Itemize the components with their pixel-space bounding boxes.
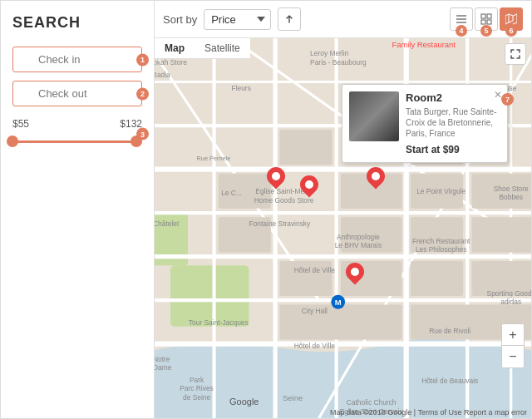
svg-text:Fleurs: Fleurs — [232, 84, 251, 92]
grid-view-badge: 5 — [480, 25, 492, 37]
map-marker-4[interactable] — [346, 263, 364, 286]
sidebar: SEARCH 1 — [1, 1, 155, 418]
svg-text:Park: Park — [190, 376, 204, 384]
toolbar: Sort by Price Rating Distance — [155, 1, 531, 38]
svg-text:Family Restaurant: Family Restaurant — [392, 40, 456, 49]
sort-label: Sort by — [163, 13, 197, 26]
list-icon — [456, 13, 467, 25]
svg-text:Hookah Store: Hookah Store — [155, 58, 187, 67]
svg-text:Bobbes: Bobbes — [500, 193, 523, 201]
sidebar-title: SEARCH — [12, 14, 142, 32]
map-area[interactable]: M Le C... Anthropologie Le BHV Marais Eg… — [155, 38, 531, 418]
google-text: Google — [229, 397, 259, 407]
checkout-badge: 2 — [136, 87, 149, 100]
map-view-badge: 6 — [505, 25, 517, 37]
svg-text:Le C...: Le C... — [221, 189, 242, 197]
app-container: SEARCH 1 — [0, 0, 532, 419]
svg-text:Anthropologie: Anthropologie — [337, 233, 380, 241]
google-label: Google — [229, 397, 259, 407]
checkout-input[interactable] — [12, 81, 142, 106]
popup-subtitle: Tata Burger, Rue Sainte-Croix de la Bret… — [406, 106, 500, 139]
svg-text:Châtelet: Châtelet — [155, 219, 180, 228]
svg-text:Parc Rives: Parc Rives — [180, 384, 214, 392]
list-view-badge: 4 — [456, 25, 467, 37]
svg-rect-12 — [487, 14, 491, 18]
svg-text:Dame: Dame — [155, 363, 172, 372]
main-content: Sort by Price Rating Distance — [155, 1, 531, 418]
view-buttons: 4 5 — [450, 7, 523, 31]
map-view-button[interactable]: 6 — [500, 7, 523, 31]
svg-rect-36 — [279, 130, 332, 165]
svg-text:City Hall: City Hall — [302, 307, 328, 315]
svg-text:Hôtel de Ville: Hôtel de Ville — [294, 342, 336, 350]
grid-icon — [480, 13, 492, 25]
map-marker-3[interactable] — [367, 167, 385, 190]
zoom-controls: + − — [501, 323, 525, 368]
checkin-badge: 1 — [136, 53, 149, 66]
svg-text:Tour Saint-Jacques: Tour Saint-Jacques — [189, 318, 249, 327]
popup-price-label: Start at — [406, 144, 440, 155]
svg-text:Sporting Goods: Sporting Goods — [487, 289, 531, 298]
price-range-labels: $55 $132 — [12, 118, 142, 130]
svg-rect-46 — [411, 261, 463, 296]
map-tab-satellite[interactable]: Satellite — [195, 38, 250, 58]
checkout-section: 2 — [12, 81, 142, 106]
expand-button[interactable] — [505, 43, 526, 65]
map-marker-2[interactable] — [300, 175, 318, 199]
sort-select[interactable]: Price Rating Distance — [204, 9, 271, 30]
svg-rect-14 — [487, 20, 491, 24]
svg-text:Le BHV Marais: Le BHV Marais — [335, 241, 382, 249]
pin-1 — [263, 163, 288, 189]
svg-text:Shoe Store: Shoe Store — [494, 185, 529, 193]
slider-thumb-left[interactable] — [7, 136, 18, 147]
map-icon — [505, 13, 517, 25]
map-marker-1[interactable] — [267, 167, 285, 190]
svg-text:Rue de Rivoli: Rue de Rivoli — [429, 327, 470, 335]
popup-title: Room2 — [406, 91, 500, 104]
price-min: $55 — [12, 118, 29, 130]
zoom-out-button[interactable]: − — [502, 346, 524, 367]
svg-text:Hôtel de Beauvais: Hôtel de Beauvais — [421, 377, 478, 385]
svg-text:Rue Pernele: Rue Pernele — [197, 155, 231, 162]
pin-3 — [362, 163, 388, 189]
svg-text:Notre: Notre — [155, 355, 170, 363]
map-attribution: Map data ©2018 Google | Terms of Use Rep… — [330, 408, 527, 417]
svg-text:Leroy Merlin: Leroy Merlin — [310, 49, 348, 57]
svg-text:Catholic Church: Catholic Church — [347, 398, 397, 407]
checkin-section: 1 — [12, 47, 142, 72]
svg-text:El Badia: El Badia — [155, 71, 170, 79]
list-view-button[interactable]: 4 — [450, 7, 473, 31]
svg-rect-48 — [279, 304, 401, 339]
svg-text:Paris - Beaubourg: Paris - Beaubourg — [310, 58, 367, 67]
expand-icon — [510, 49, 520, 59]
slider-track — [12, 140, 142, 143]
svg-text:M: M — [335, 298, 342, 307]
checkin-input[interactable] — [12, 47, 142, 72]
price-slider[interactable] — [12, 133, 142, 150]
popup-price: Start at $99 — [406, 144, 500, 155]
map-tabs: Map Satellite — [155, 38, 250, 59]
map-tab-map[interactable]: Map — [155, 38, 195, 58]
property-popup: ✕ Room2 Tata Burger, Rue Sainte-Croix de… — [342, 84, 508, 163]
pin-2 — [296, 171, 322, 197]
svg-text:La Corse: La Corse — [155, 417, 178, 418]
price-section: $55 $132 3 — [12, 118, 142, 150]
slider-fill — [12, 140, 142, 143]
svg-text:French Restaurant: French Restaurant — [412, 237, 470, 245]
svg-rect-43 — [471, 217, 531, 252]
svg-rect-11 — [481, 14, 485, 18]
popup-image-inner — [349, 91, 399, 141]
grid-view-button[interactable]: 5 — [475, 7, 498, 31]
svg-text:Hôtel de Ville: Hôtel de Ville — [294, 266, 336, 274]
popup-info: Room2 Tata Burger, Rue Sainte-Croix de l… — [406, 91, 500, 155]
svg-text:adidas: adidas — [500, 298, 521, 306]
popup-image — [349, 91, 399, 141]
svg-text:Le Point Virgule: Le Point Virgule — [416, 187, 466, 195]
zoom-in-button[interactable]: + — [502, 324, 524, 346]
popup-content: Room2 Tata Burger, Rue Sainte-Croix de l… — [349, 91, 500, 155]
sort-direction-button[interactable] — [278, 7, 301, 31]
popup-price-value: $99 — [443, 144, 460, 155]
pin-4 — [342, 259, 367, 284]
price-badge: 3 — [136, 128, 149, 140]
svg-text:Fontaine Stravinsky: Fontaine Stravinsky — [249, 219, 311, 228]
